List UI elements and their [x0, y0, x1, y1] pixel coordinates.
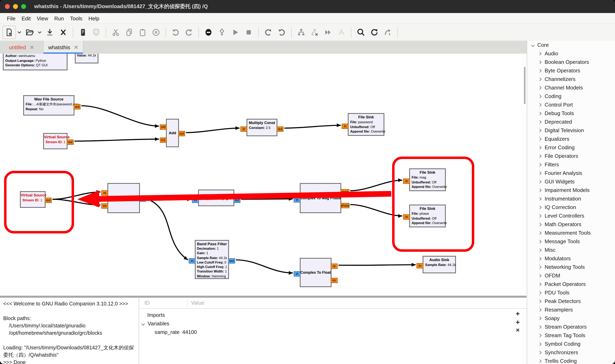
sidebar-item[interactable]: Soapy	[527, 314, 615, 323]
sidebar-item[interactable]: Channel Models	[527, 83, 615, 92]
sidebar-item[interactable]: Synchronizers	[527, 348, 615, 357]
block-wav-file-source[interactable]: Wav File Source File: ...4/新建文件夹/passwor…	[23, 95, 74, 116]
block-file-sink-password[interactable]: File Sink File: passwordUnbuffered: OffA…	[348, 113, 384, 136]
sidebar-item[interactable]: Coding	[527, 92, 615, 101]
rotate-cw-button[interactable]	[275, 26, 288, 39]
block-multiply-const[interactable]: Multiply Const Constant: 2.5 in out	[247, 119, 277, 136]
sidebar-item[interactable]: OFDM	[527, 271, 615, 280]
open-flowgraph-button[interactable]	[23, 26, 36, 39]
row-imports[interactable]: Imports	[147, 311, 165, 319]
port-out[interactable]: out	[276, 127, 284, 132]
port-re[interactable]: re	[331, 263, 338, 269]
zoom-window-button[interactable]	[21, 4, 26, 9]
row-samp-rate[interactable]: samp_rate 44100	[155, 328, 180, 336]
sidebar-item[interactable]: Error Coding	[527, 143, 615, 152]
row-variables[interactable]: Variables	[142, 319, 169, 328]
find-block-button[interactable]	[354, 26, 368, 39]
sidebar-item[interactable]: Modulators	[527, 254, 615, 263]
panel-splitter[interactable]	[0, 296, 527, 298]
sidebar-item[interactable]: Impairment Models	[527, 186, 615, 195]
block-add[interactable]: Add in0 in1 out	[166, 119, 179, 147]
sidebar-item[interactable]: Digital Television	[527, 126, 615, 135]
sidebar-item[interactable]: Stream Tag Tools	[527, 331, 615, 340]
new-dropdown-chevron-icon[interactable]	[16, 26, 23, 39]
block-variable-samp-rate[interactable]: ID: samp_rateValue: 44.1k	[75, 54, 98, 64]
tab-untitled[interactable]: untitled ✕	[0, 41, 43, 54]
block-complex-to-float[interactable]: Complex To Float in re im	[300, 258, 331, 287]
run-flowgraph-button[interactable]	[229, 26, 242, 39]
sidebar-item[interactable]: Equalizers	[527, 135, 615, 143]
block-virtual-source-1[interactable]: Virtual Source Stream ID: 1 out	[43, 133, 67, 149]
sidebar-item[interactable]: Measurement Tools	[527, 229, 615, 237]
port-out[interactable]: out	[67, 140, 74, 145]
open-dropdown-chevron-icon[interactable]	[36, 26, 43, 39]
cut-button[interactable]	[109, 26, 122, 39]
menu-help[interactable]: Help	[89, 15, 99, 21]
sidebar-item[interactable]: Symbol Coding	[527, 340, 615, 348]
port-in[interactable]: in	[189, 258, 196, 263]
port-in[interactable]: in	[240, 127, 247, 132]
undo-button[interactable]	[169, 26, 182, 39]
chevron-down-icon[interactable]	[142, 322, 145, 325]
redo-button[interactable]	[182, 26, 196, 39]
sidebar-item[interactable]: Filters	[527, 160, 615, 169]
sidebar-item-core[interactable]: Core	[527, 41, 615, 49]
port-in0[interactable]: in0	[160, 124, 167, 130]
sidebar-item[interactable]: Resamplers	[527, 305, 615, 314]
sidebar-item[interactable]: IQ Correction	[527, 203, 615, 211]
sidebar-item[interactable]: Deprecated	[527, 117, 615, 126]
port-im[interactable]: im	[331, 278, 338, 283]
sidebar-item[interactable]: Stream Operators	[527, 323, 615, 331]
port-phase[interactable]: phase	[340, 203, 349, 208]
sidebar-item[interactable]: Fourier Analysis	[527, 169, 615, 177]
port-in[interactable]: in	[342, 124, 349, 129]
close-flowgraph-button[interactable]	[56, 26, 70, 39]
sidebar-item[interactable]: PDU Tools	[527, 288, 615, 297]
paste-button[interactable]	[136, 26, 149, 39]
sidebar-item[interactable]: Level Controllers	[527, 211, 615, 220]
sidebar-item[interactable]: Misc	[527, 246, 615, 254]
sidebar-item[interactable]: Boolean Operators	[527, 58, 615, 66]
menu-run[interactable]: Run	[54, 15, 64, 21]
view-errors-button[interactable]	[202, 26, 215, 39]
remove-variable-button[interactable]: ✕	[514, 327, 522, 333]
port-out[interactable]: out	[178, 131, 185, 136]
port-in[interactable]: in	[294, 271, 301, 277]
delete-button[interactable]	[149, 26, 163, 39]
sidebar-item[interactable]: Byte Operators	[527, 66, 615, 75]
parser-errors-button[interactable]	[381, 26, 394, 39]
rotate-ccw-button[interactable]	[262, 26, 275, 39]
sidebar-item[interactable]: Channelizers	[527, 75, 615, 83]
canvas-vertical-scrollbar[interactable]	[524, 67, 525, 104]
add-variable-button[interactable]: +	[514, 318, 522, 326]
sidebar-item[interactable]: GUI Widgets	[527, 177, 615, 186]
port-in[interactable]: in	[417, 263, 423, 268]
port-out[interactable]: out	[228, 258, 235, 263]
sidebar-item[interactable]: Message Tools	[527, 237, 615, 246]
sidebar-item[interactable]: Trellis Coding	[527, 357, 615, 364]
block-options[interactable]: Author: wenhuamuOutput Language: PythonG…	[3, 54, 67, 70]
screen-capture-button[interactable]	[90, 26, 103, 39]
menu-tools[interactable]: Tools	[70, 15, 82, 21]
sidebar-item[interactable]: Instrumentation	[527, 195, 615, 203]
port-out[interactable]: out	[74, 104, 80, 109]
block-band-pass-filter[interactable]: Band Pass Filter Decimation: 1Gain: 1Sam…	[195, 240, 229, 279]
open-hier-block-button[interactable]	[308, 26, 321, 39]
sidebar-item[interactable]: File Operators	[527, 152, 615, 160]
menu-file[interactable]: File	[7, 15, 15, 21]
column-divider[interactable]	[187, 299, 187, 308]
kill-flowgraph-button[interactable]	[242, 26, 255, 39]
tab-whatsthis[interactable]: whatsthis ✕	[43, 41, 83, 54]
new-flowgraph-button[interactable]	[2, 26, 16, 39]
print-flowgraph-button[interactable]	[76, 26, 90, 39]
menu-view[interactable]: View	[37, 15, 48, 21]
close-window-button[interactable]	[5, 4, 10, 9]
add-import-button[interactable]: +	[514, 310, 522, 318]
save-flowgraph-button[interactable]	[43, 26, 56, 39]
sidebar-item[interactable]: Math Operators	[527, 220, 615, 229]
port-in1[interactable]: in1	[160, 137, 167, 143]
menu-edit[interactable]: Edit	[22, 15, 31, 21]
close-tab-icon[interactable]: ✕	[30, 44, 34, 50]
sidebar-item[interactable]: Control Port	[527, 101, 615, 109]
fast-forward-button[interactable]	[321, 26, 335, 39]
